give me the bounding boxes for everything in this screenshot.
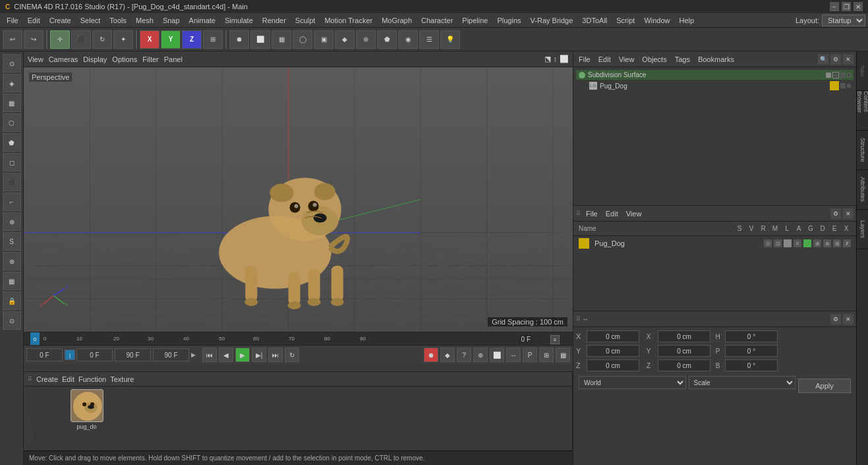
preview-start-input[interactable] [76,348,113,361]
obj-options-btn[interactable]: ⚙ [830,54,841,65]
vp-icon-2[interactable]: ↕ [554,55,558,63]
tab-tabs[interactable]: Tabs [857,51,868,91]
mat-menu-edit[interactable]: Edit [62,375,74,383]
menu-help[interactable]: Help [676,15,699,26]
obj-search-btn[interactable]: 🔍 [818,54,828,65]
axis-x-button[interactable]: X [140,30,159,49]
world-axis-button[interactable]: ⊞ [203,30,223,49]
sidebar-btn-12[interactable]: ▦ [3,272,21,290]
sidebar-btn-2[interactable]: ◈ [3,74,21,92]
coord-h-input[interactable] [725,330,778,342]
obj-menu-objects[interactable]: Objects [639,54,669,65]
obj-menu-file[interactable]: File [576,54,593,65]
vp-menu-panel[interactable]: Panel [164,55,183,63]
obj-menu-view[interactable]: View [616,54,637,65]
menu-motion-tracker[interactable]: Motion Tracker [320,15,376,26]
next-frame-button[interactable]: ▶| [252,348,266,362]
help-button[interactable]: ? [457,348,471,362]
menu-script[interactable]: Script [612,15,639,26]
goto-start-button[interactable]: ⏮ [202,348,217,362]
obj-menu-tags[interactable]: Tags [672,54,693,65]
undo-button[interactable]: ↩ [3,30,22,49]
mat-menu-create[interactable]: Create [36,375,58,383]
redo-button[interactable]: ↪ [24,30,43,49]
timeline-ruler[interactable]: 0 0 10 20 30 40 50 60 70 80 90 0 F ≡ [24,332,573,346]
render-btn[interactable]: ▣ [314,30,333,49]
tab-layers[interactable]: Layers [857,210,868,249]
mm-menu-edit[interactable]: Edit [603,208,621,219]
animation-record-button[interactable]: ⏺ [229,30,249,49]
sidebar-btn-9[interactable]: ⊕ [3,212,21,231]
scale-button[interactable]: ⬛ [71,30,91,49]
tab-attributes[interactable]: Attributes [857,170,868,210]
sidebar-btn-10[interactable]: S [3,232,21,251]
axis-z-button[interactable]: Z [182,30,202,49]
vp-icon-1[interactable]: ⬔ [544,55,551,63]
viewport-btn1[interactable]: ⬜ [250,30,270,49]
menu-vray[interactable]: V-Ray Bridge [527,15,577,26]
universal-tool-button[interactable]: ✦ [113,30,133,49]
menu-sculpt[interactable]: Sculpt [291,15,320,26]
rotate-button[interactable]: ↻ [92,30,112,49]
vp-menu-filter[interactable]: Filter [142,55,158,63]
sidebar-btn-1[interactable]: ⊙ [3,54,21,73]
coord-btn-1[interactable]: ⚙ [830,314,841,325]
menu-mograph[interactable]: MoGraph [378,15,416,26]
play-button[interactable]: ▶ [235,348,250,362]
sidebar-btn-5[interactable]: ⬟ [3,133,21,152]
sidebar-btn-8[interactable]: ⌐ [3,193,21,211]
timeline-scale-button[interactable]: ↔ [506,348,521,362]
viewport-btn3[interactable]: ◯ [293,30,312,49]
coord-system-dropdown[interactable]: World Object [579,376,686,389]
sidebar-btn-14[interactable]: ⊙ [3,311,21,330]
timeline-options-btn[interactable]: ≡ [550,335,560,344]
timeline-move-button[interactable]: ⊕ [473,348,488,362]
pugdog-row[interactable]: L⊙ Pug_Dog [576,80,854,92]
timeline-grid-button[interactable]: ⊞ [539,348,554,362]
timeline-select-button[interactable]: ⬜ [490,348,504,362]
coord-x-pos-input[interactable] [587,330,639,342]
shape-btn4[interactable]: ◉ [398,30,418,49]
frame-end-input[interactable] [153,348,189,361]
sidebar-btn-4[interactable]: ⬡ [3,113,21,132]
timeline-settings-button[interactable]: ▦ [556,348,570,362]
apply-button[interactable]: Apply [798,379,851,393]
tab-structure[interactable]: Structure [857,131,868,170]
menu-simulate[interactable]: Simulate [221,15,257,26]
menu-3dtoall[interactable]: 3DToAll [578,15,611,26]
coord-btn-2[interactable]: ✕ [843,314,854,325]
obj-close-btn[interactable]: ✕ [843,54,854,65]
frame-input[interactable] [26,348,63,361]
menu-file[interactable]: File [3,15,22,26]
vp-menu-view[interactable]: View [28,55,43,63]
subdivision-surface-row[interactable]: Subdivision Surface ✓ [576,70,854,80]
pug-material-swatch[interactable]: pug_do [69,389,105,442]
menu-plugins[interactable]: Plugins [493,15,525,26]
mm-menu-file[interactable]: File [583,208,600,219]
layout-dropdown[interactable]: Startup [822,15,865,26]
mm-btn-1[interactable]: ⚙ [830,208,841,219]
shape-btn3[interactable]: ⬟ [377,30,397,49]
shape-btn2[interactable]: ⊛ [356,30,376,49]
mm-menu-view[interactable]: View [623,208,645,219]
vp-icon-3[interactable]: ⬜ [560,55,569,63]
timeline-auto-button[interactable]: P [523,348,537,362]
menu-tools[interactable]: Tools [105,15,130,26]
menu-edit[interactable]: Edit [24,15,44,26]
coord-x-scale-input[interactable] [658,330,710,342]
coord-y-pos-input[interactable] [587,345,639,357]
sidebar-btn-11[interactable]: ⊗ [3,252,21,270]
record-button[interactable]: ⏺ [424,348,438,362]
material-manager-row[interactable]: Pug_Dog ⊙ ⊡ ≡ ⊕ ⊗ ⊞ ✗ [573,236,856,251]
loop-button[interactable]: ↻ [285,348,299,362]
close-button[interactable]: ✕ [854,2,863,11]
coord-z-scale-input[interactable] [658,359,710,371]
coord-transform-dropdown[interactable]: Scale Move Rotate [689,376,796,389]
vp-menu-display[interactable]: Display [83,55,107,63]
move-tool-button[interactable]: ✛ [50,30,70,49]
coord-y-scale-input[interactable] [658,345,710,357]
axis-y-button[interactable]: Y [161,30,181,49]
sidebar-btn-13[interactable]: 🔒 [3,292,21,310]
menu-select[interactable]: Select [76,15,105,26]
preview-end-input[interactable] [115,348,151,361]
